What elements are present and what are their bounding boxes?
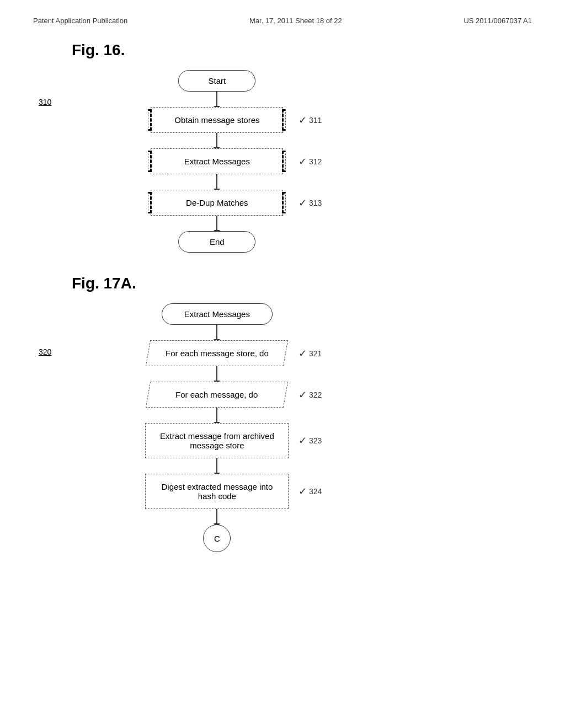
arrow17-4 xyxy=(216,458,217,474)
node-321-row: For each message store, do ✓ 321 xyxy=(101,340,333,366)
node-end-row: End xyxy=(101,231,333,253)
node-start: Start xyxy=(178,70,255,92)
node-312-text: Extract Messages xyxy=(184,157,250,166)
node-323-num: 323 xyxy=(309,436,322,445)
fig17a-ref: 320 xyxy=(39,347,51,356)
header-middle: Mar. 17, 2011 Sheet 18 of 22 xyxy=(249,17,342,25)
node-324-row: Digest extracted message into hash code … xyxy=(101,474,333,509)
node-start-label: Start xyxy=(209,76,226,85)
figure-16: Fig. 16. 310 Start xyxy=(22,36,543,253)
node-323-row: Extract message from archived message st… xyxy=(101,423,333,458)
arrow17-5 xyxy=(216,509,217,524)
arrow17-2 xyxy=(216,366,217,382)
node-extract: Extract Messages xyxy=(162,303,273,325)
header-left: Patent Application Publication xyxy=(33,17,127,25)
node-313-row: De-Dup Matches ✓ 313 xyxy=(101,190,333,216)
node-313: De-Dup Matches xyxy=(151,190,283,216)
node-end: End xyxy=(178,231,255,253)
page: Patent Application Publication Mar. 17, … xyxy=(0,0,565,728)
fig17a-title: Fig. 17A. xyxy=(72,275,333,292)
node-323: Extract message from archived message st… xyxy=(145,423,289,458)
node-312-check: ✓ xyxy=(299,156,307,168)
arrow-3 xyxy=(216,174,217,190)
arrow-2 xyxy=(216,133,217,148)
node-323-label: ✓ 323 xyxy=(299,435,322,447)
arrow17-1 xyxy=(216,325,217,340)
node-313-num: 313 xyxy=(309,199,322,207)
node-311-check: ✓ xyxy=(299,114,307,126)
node-323-text: Extract message from archived message st… xyxy=(160,431,274,450)
node-324-num: 324 xyxy=(309,487,322,496)
node-311: Obtain message stores xyxy=(151,107,283,133)
node-start-row: Start xyxy=(101,70,333,92)
fig16-ref: 310 xyxy=(39,98,51,106)
node-322-label: ✓ 322 xyxy=(299,389,322,401)
arrow-4 xyxy=(216,216,217,231)
node-322-num: 322 xyxy=(309,390,322,399)
figure-17a: Fig. 17A. 320 Extract Messages xyxy=(22,269,543,552)
fig16-title: Fig. 16. xyxy=(72,41,333,59)
node-322: For each message, do xyxy=(146,382,288,408)
node-c-row: C xyxy=(101,524,333,552)
node-311-num: 311 xyxy=(309,116,322,125)
arrow-1 xyxy=(216,92,217,107)
node-312-label: ✓ 312 xyxy=(299,156,322,168)
fig16-flowchart: Start Obtain message stores ✓ 311 xyxy=(101,70,333,253)
node-end-label: End xyxy=(210,237,225,247)
node-c-text: C xyxy=(214,534,220,543)
node-312-row: Extract Messages ✓ 312 xyxy=(101,148,333,174)
node-321: For each message store, do xyxy=(146,340,288,366)
node-311-text: Obtain message stores xyxy=(174,115,259,125)
node-324-check: ✓ xyxy=(299,485,307,497)
node-313-check: ✓ xyxy=(299,197,307,209)
header-right: US 2011/0067037 A1 xyxy=(463,17,532,25)
page-header: Patent Application Publication Mar. 17, … xyxy=(22,11,543,36)
node-324-text: Digest extracted message into hash code xyxy=(161,482,273,501)
fig17a-flowchart: Extract Messages For each message store,… xyxy=(101,303,333,552)
node-313-text: De-Dup Matches xyxy=(186,198,248,207)
node-321-check: ✓ xyxy=(299,347,307,360)
node-311-label: ✓ 311 xyxy=(299,114,322,126)
node-extract-row: Extract Messages xyxy=(101,303,333,325)
node-c: C xyxy=(203,524,231,552)
node-322-row: For each message, do ✓ 322 xyxy=(101,382,333,408)
node-312-num: 312 xyxy=(309,157,322,166)
node-322-text: For each message, do xyxy=(176,390,258,399)
node-324-label: ✓ 324 xyxy=(299,485,322,497)
node-322-check: ✓ xyxy=(299,389,307,401)
node-323-check: ✓ xyxy=(299,435,307,447)
node-313-label: ✓ 313 xyxy=(299,197,322,209)
node-extract-text: Extract Messages xyxy=(184,309,250,319)
node-312: Extract Messages xyxy=(151,148,283,174)
node-321-label: ✓ 321 xyxy=(299,347,322,360)
node-321-num: 321 xyxy=(309,349,322,358)
arrow17-3 xyxy=(216,408,217,423)
node-324: Digest extracted message into hash code xyxy=(145,474,289,509)
node-321-text: For each message store, do xyxy=(166,349,269,358)
node-311-row: Obtain message stores ✓ 311 xyxy=(101,107,333,133)
